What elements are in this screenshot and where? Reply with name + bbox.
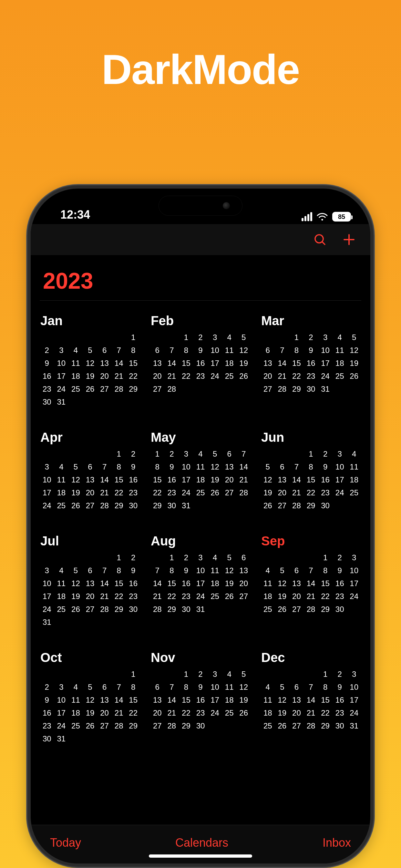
day-cell[interactable]: 29 xyxy=(179,720,193,732)
day-cell[interactable]: 1 xyxy=(318,552,333,563)
day-cell[interactable]: 15 xyxy=(112,578,126,589)
day-cell[interactable]: 30 xyxy=(318,500,333,511)
day-cell[interactable]: 10 xyxy=(347,565,361,576)
day-cell[interactable]: 4 xyxy=(68,682,83,693)
day-cell[interactable]: 28 xyxy=(275,383,289,395)
day-cell[interactable]: 16 xyxy=(193,694,208,706)
day-cell[interactable]: 21 xyxy=(304,708,318,718)
day-cell[interactable]: 16 xyxy=(193,358,208,369)
day-cell[interactable]: 25 xyxy=(222,708,237,718)
day-cell[interactable]: 14 xyxy=(165,694,179,706)
day-cell[interactable]: 5 xyxy=(83,345,97,356)
day-cell[interactable]: 26 xyxy=(68,500,83,511)
day-cell[interactable]: 21 xyxy=(275,371,289,382)
day-cell[interactable]: 5 xyxy=(208,448,222,460)
day-cell[interactable]: 19 xyxy=(260,487,275,498)
day-cell[interactable]: 15 xyxy=(318,694,333,706)
day-cell[interactable]: 20 xyxy=(97,708,112,718)
day-cell[interactable]: 10 xyxy=(40,474,54,485)
day-cell[interactable]: 16 xyxy=(333,578,347,589)
day-cell[interactable]: 7 xyxy=(150,565,165,576)
day-cell[interactable]: 1 xyxy=(150,448,165,460)
day-cell[interactable]: 16 xyxy=(126,578,141,589)
day-cell[interactable]: 14 xyxy=(275,358,289,369)
month-jul[interactable]: Jul1234567891011121314151617181920212223… xyxy=(40,534,141,628)
day-cell[interactable]: 20 xyxy=(97,371,112,382)
day-cell[interactable]: 24 xyxy=(54,720,69,732)
day-cell[interactable]: 4 xyxy=(260,565,275,576)
day-cell[interactable]: 6 xyxy=(275,461,289,472)
day-cell[interactable]: 11 xyxy=(193,461,208,472)
day-cell[interactable]: 21 xyxy=(112,708,126,718)
day-cell[interactable]: 15 xyxy=(150,474,165,485)
day-cell[interactable]: 1 xyxy=(112,448,126,460)
day-cell[interactable]: 23 xyxy=(333,708,347,718)
day-cell[interactable]: 17 xyxy=(40,591,54,602)
day-cell[interactable]: 24 xyxy=(318,371,333,382)
day-cell[interactable]: 29 xyxy=(112,500,126,511)
day-cell[interactable]: 12 xyxy=(68,578,83,589)
day-cell[interactable]: 15 xyxy=(179,358,193,369)
day-cell[interactable]: 28 xyxy=(165,720,179,732)
day-cell[interactable]: 20 xyxy=(222,474,237,485)
day-cell[interactable]: 30 xyxy=(304,383,318,395)
day-cell[interactable]: 8 xyxy=(289,345,304,356)
day-cell[interactable]: 20 xyxy=(289,591,304,602)
day-cell[interactable]: 7 xyxy=(304,565,318,576)
day-cell[interactable]: 3 xyxy=(318,332,333,343)
day-cell[interactable]: 28 xyxy=(97,500,112,511)
day-cell[interactable]: 19 xyxy=(236,358,251,369)
day-cell[interactable]: 5 xyxy=(222,552,237,563)
day-cell[interactable]: 31 xyxy=(318,383,333,395)
day-cell[interactable]: 21 xyxy=(304,591,318,602)
day-cell[interactable]: 8 xyxy=(112,461,126,472)
day-cell[interactable]: 15 xyxy=(304,474,318,485)
day-cell[interactable]: 11 xyxy=(208,565,222,576)
day-cell[interactable]: 23 xyxy=(318,487,333,498)
day-cell[interactable]: 2 xyxy=(126,448,141,460)
day-cell[interactable]: 16 xyxy=(304,358,318,369)
day-cell[interactable]: 4 xyxy=(68,345,83,356)
day-cell[interactable]: 24 xyxy=(333,487,347,498)
day-cell[interactable]: 23 xyxy=(126,487,141,498)
day-cell[interactable]: 21 xyxy=(236,474,251,485)
day-cell[interactable]: 27 xyxy=(150,383,165,395)
day-cell[interactable]: 17 xyxy=(347,578,361,589)
calendars-button[interactable]: Calendars xyxy=(175,836,228,849)
day-cell[interactable]: 13 xyxy=(289,578,304,589)
day-cell[interactable]: 16 xyxy=(126,474,141,485)
day-cell[interactable]: 14 xyxy=(236,461,251,472)
day-cell[interactable]: 16 xyxy=(179,578,193,589)
month-nov[interactable]: Nov1234567891011121314151617181920212223… xyxy=(150,650,251,744)
day-cell[interactable]: 10 xyxy=(333,461,347,472)
day-cell[interactable]: 6 xyxy=(83,461,97,472)
month-may[interactable]: May1234567891011121314151617181920212223… xyxy=(150,430,251,511)
day-cell[interactable]: 20 xyxy=(289,708,304,718)
day-cell[interactable]: 7 xyxy=(289,461,304,472)
month-jun[interactable]: Jun1234567891011121314151617181920212223… xyxy=(260,430,361,511)
day-cell[interactable]: 17 xyxy=(318,358,333,369)
day-cell[interactable]: 25 xyxy=(260,604,275,615)
day-cell[interactable]: 9 xyxy=(318,461,333,472)
day-cell[interactable]: 14 xyxy=(165,358,179,369)
day-cell[interactable]: 4 xyxy=(260,682,275,693)
day-cell[interactable]: 7 xyxy=(112,682,126,693)
day-cell[interactable]: 16 xyxy=(40,371,54,382)
day-cell[interactable]: 5 xyxy=(236,332,251,343)
day-cell[interactable]: 19 xyxy=(222,578,237,589)
day-cell[interactable]: 19 xyxy=(347,358,361,369)
day-cell[interactable]: 15 xyxy=(289,358,304,369)
day-cell[interactable]: 24 xyxy=(208,708,222,718)
day-cell[interactable]: 15 xyxy=(112,474,126,485)
day-cell[interactable]: 22 xyxy=(112,591,126,602)
day-cell[interactable]: 21 xyxy=(112,371,126,382)
day-cell[interactable]: 2 xyxy=(165,448,179,460)
day-cell[interactable]: 15 xyxy=(126,358,141,369)
day-cell[interactable]: 13 xyxy=(275,474,289,485)
day-cell[interactable]: 27 xyxy=(275,500,289,511)
day-cell[interactable]: 30 xyxy=(40,397,54,407)
day-cell[interactable]: 21 xyxy=(150,591,165,602)
day-cell[interactable]: 13 xyxy=(97,358,112,369)
day-cell[interactable]: 30 xyxy=(40,733,54,744)
day-cell[interactable]: 27 xyxy=(260,383,275,395)
